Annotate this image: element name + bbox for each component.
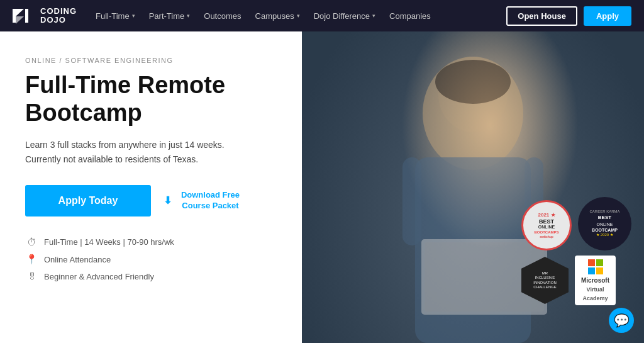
description-line2: Currently not available to residents of … — [25, 152, 277, 166]
logo-line2: DOJO — [40, 16, 77, 25]
svg-rect-0 — [13, 9, 16, 23]
logo-line1: CODING — [40, 7, 77, 16]
career-karma-badge: CAREER KARMA BEST ONLINE BOOTCAMP ★ 2020… — [578, 197, 631, 250]
svg-rect-3 — [25, 9, 28, 23]
chat-icon: 💬 — [614, 313, 630, 328]
navbar: CODING DOJO Full-Time ▾ Part-Time ▾ Outc… — [0, 0, 644, 31]
nav-items: Full-Time ▾ Part-Time ▾ Outcomes Campuse… — [89, 0, 506, 31]
location-icon: 📍 — [25, 254, 38, 265]
breadcrumb: Online / Software Engineering — [25, 57, 277, 64]
logo[interactable]: CODING DOJO — [13, 6, 77, 25]
nav-item-dojo-difference[interactable]: Dojo Difference ▾ — [308, 0, 382, 31]
main-container: Online / Software Engineering Full-Time … — [0, 31, 644, 343]
chevron-down-icon: ▾ — [297, 13, 300, 19]
feature-item-level: 🎖 Beginner & Advanced Friendly — [25, 271, 277, 282]
download-icon: ⬇ — [164, 194, 172, 208]
feature-item-schedule: ⏱ Full-Time | 14 Weeks | 70-90 hrs/wk — [25, 237, 277, 247]
feature-item-attendance: 📍 Online Attendance — [25, 254, 277, 265]
svg-point-7 — [435, 60, 511, 104]
chevron-down-icon: ▾ — [132, 13, 135, 19]
hero-image: 2021 ★ BEST ONLINE BOOTCAMPS switchup CA… — [302, 31, 644, 343]
chevron-down-icon: ▾ — [187, 13, 190, 19]
chat-button[interactable]: 💬 — [609, 308, 634, 333]
nav-item-outcomes[interactable]: Outcomes — [197, 0, 247, 31]
badge-row-bottom: MRINCLUSIVEINNOVATIONCHALLENGE Microsoft… — [521, 256, 631, 305]
apply-nav-button[interactable]: Apply — [584, 6, 631, 26]
nav-item-fulltime[interactable]: Full-Time ▾ — [89, 0, 142, 31]
badge-row-top: 2021 ★ BEST ONLINE BOOTCAMPS switchup CA… — [521, 197, 631, 250]
badge-icon: 🎖 — [25, 271, 38, 282]
clock-icon: ⏱ — [25, 237, 38, 247]
nav-item-companies[interactable]: Companies — [383, 0, 437, 31]
nav-item-parttime[interactable]: Part-Time ▾ — [143, 0, 197, 31]
open-house-button[interactable]: Open House — [506, 6, 577, 26]
svg-marker-1 — [16, 9, 24, 16]
switchup-badge: 2021 ★ BEST ONLINE BOOTCAMPS switchup — [521, 200, 572, 250]
right-panel: 2021 ★ BEST ONLINE BOOTCAMPS switchup CA… — [302, 31, 644, 343]
inclusive-innovation-badge: MRINCLUSIVEINNOVATIONCHALLENGE — [521, 257, 569, 304]
left-panel: Online / Software Engineering Full-Time … — [0, 31, 302, 343]
nav-item-campuses[interactable]: Campuses ▾ — [249, 0, 306, 31]
cta-row: Apply Today ⬇ Download Free Course Packe… — [25, 185, 277, 216]
description-line1: Learn 3 full stacks from anywhere in jus… — [25, 138, 277, 152]
page-title: Full-Time Remote Bootcamp — [25, 72, 277, 127]
svg-marker-2 — [16, 16, 24, 24]
svg-rect-8 — [402, 157, 421, 245]
microsoft-badge: Microsoft Virtual Academy — [575, 256, 616, 305]
badges-overlay: 2021 ★ BEST ONLINE BOOTCAMPS switchup CA… — [521, 197, 631, 305]
apply-today-button[interactable]: Apply Today — [25, 185, 151, 216]
description: Learn 3 full stacks from anywhere in jus… — [25, 138, 277, 166]
nav-buttons: Open House Apply — [506, 6, 631, 26]
microsoft-logo — [588, 259, 603, 274]
download-link[interactable]: ⬇ Download Free Course Packet — [164, 190, 245, 211]
chevron-down-icon: ▾ — [372, 13, 375, 19]
features-list: ⏱ Full-Time | 14 Weeks | 70-90 hrs/wk 📍 … — [25, 237, 277, 282]
